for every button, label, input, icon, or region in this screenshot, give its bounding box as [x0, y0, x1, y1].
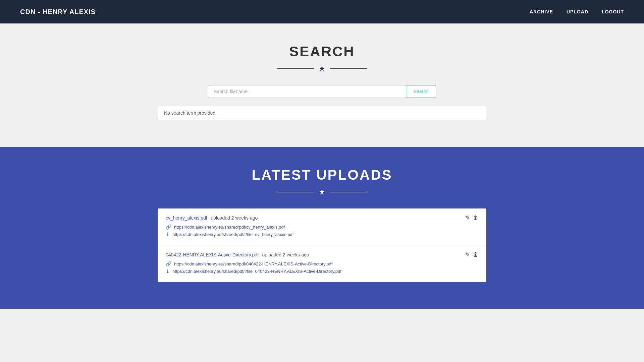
edit-icon[interactable]: ✎	[465, 251, 470, 258]
uploads-section: LATEST UPLOADS ★ cv_henry_alexis.pdf upl…	[0, 147, 644, 309]
upload-download-link-row: ⤓ https://cdn.alexishenry.eu/shared/pdf/…	[166, 268, 478, 274]
divider-line-right	[330, 68, 367, 69]
search-alert: No search term provided	[158, 106, 486, 120]
upload-item: cv_henry_alexis.pdf uploaded 2 weeks ago…	[158, 208, 486, 245]
upload-header: 040422-HENRY.ALEXIS-Active-Directory.pdf…	[166, 251, 478, 258]
search-alert-text: No search term provided	[164, 110, 215, 116]
link-icon: 🔗	[166, 261, 171, 266]
upload-item: 040422-HENRY.ALEXIS-Active-Directory.pdf…	[158, 245, 486, 282]
uploads-divider-line-left	[277, 192, 314, 192]
search-divider: ★	[277, 64, 367, 73]
delete-icon[interactable]: 🗑	[473, 252, 478, 258]
upload-download-link[interactable]: https://cdn.alexishenry.eu/shared/pdf/?f…	[172, 269, 341, 274]
upload-header-left: 040422-HENRY.ALEXIS-Active-Directory.pdf…	[166, 252, 309, 258]
upload-filename[interactable]: cv_henry_alexis.pdf	[166, 215, 207, 221]
download-icon: ⤓	[166, 268, 170, 274]
upload-filename[interactable]: 040422-HENRY.ALEXIS-Active-Directory.pdf	[166, 252, 259, 257]
uploads-list: cv_henry_alexis.pdf uploaded 2 weeks ago…	[158, 208, 486, 282]
upload-actions: ✎ 🗑	[465, 251, 478, 258]
upload-shared-link-row: 🔗 https://cdn.alexishenry.eu/shared/pdf/…	[166, 261, 478, 266]
archive-link[interactable]: ARCHIVE	[530, 9, 553, 14]
uploads-divider-star: ★	[319, 188, 325, 196]
logout-link[interactable]: LOGOUT	[602, 9, 624, 14]
search-button[interactable]: Search	[406, 85, 436, 98]
uploads-divider: ★	[277, 188, 367, 196]
upload-meta: uploaded 2 weeks ago	[211, 215, 258, 221]
uploads-title: LATEST UPLOADS	[252, 167, 392, 183]
link-icon: 🔗	[166, 224, 171, 230]
upload-link[interactable]: UPLOAD	[567, 9, 588, 14]
upload-shared-link[interactable]: https://cdn.alexishenry.eu/shared/pdf/cv…	[174, 225, 285, 230]
upload-shared-link[interactable]: https://cdn.alexishenry.eu/shared/pdf/04…	[174, 261, 332, 266]
upload-meta: uploaded 2 weeks ago	[262, 252, 309, 257]
download-icon: ⤓	[166, 232, 170, 237]
search-input[interactable]	[208, 85, 406, 98]
navbar-brand: CDN - HENRY ALEXIS	[20, 8, 96, 16]
search-title: SEARCH	[289, 44, 355, 60]
upload-shared-link-row: 🔗 https://cdn.alexishenry.eu/shared/pdf/…	[166, 224, 478, 230]
divider-line-left	[277, 68, 314, 69]
upload-header: cv_henry_alexis.pdf uploaded 2 weeks ago…	[166, 215, 478, 221]
upload-download-link-row: ⤓ https://cdn.alexishenry.eu/shared/pdf/…	[166, 232, 478, 237]
upload-header-left: cv_henry_alexis.pdf uploaded 2 weeks ago	[166, 215, 258, 221]
uploads-divider-line-right	[330, 192, 367, 192]
upload-download-link[interactable]: https://cdn.alexishenry.eu/shared/pdf/?f…	[172, 232, 293, 237]
delete-icon[interactable]: 🗑	[473, 215, 478, 221]
navbar-nav: ARCHIVE UPLOAD LOGOUT	[530, 9, 624, 14]
upload-actions: ✎ 🗑	[465, 215, 478, 221]
search-section: SEARCH ★ Search No search term provided	[0, 23, 644, 147]
edit-icon[interactable]: ✎	[465, 215, 470, 221]
search-box: Search	[208, 85, 436, 98]
divider-star: ★	[319, 64, 325, 73]
navbar: CDN - HENRY ALEXIS ARCHIVE UPLOAD LOGOUT	[0, 0, 644, 23]
